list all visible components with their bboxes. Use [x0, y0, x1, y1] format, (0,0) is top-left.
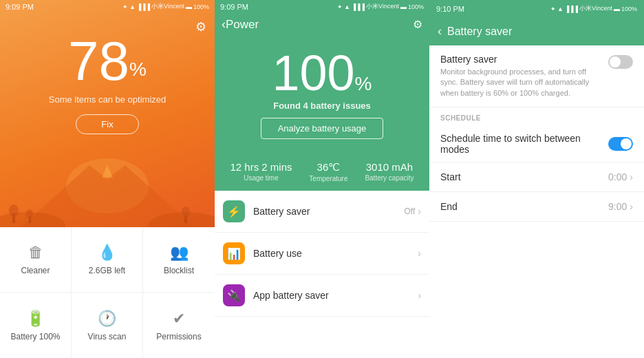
panel-security: 9:09 PM ✦ ▲ ▐▐▐ 小米Vincent ▬ 100% ⚙ 78% S…: [0, 0, 215, 358]
chevron-icon-3: ›: [418, 290, 421, 301]
start-time-row[interactable]: Start 0:00 ›: [429, 162, 644, 192]
end-value: 9:00: [608, 201, 627, 212]
battery-saver-icon-box: ⚡: [223, 200, 245, 222]
battery-pct-p3: 100%: [621, 6, 637, 12]
battery-icon-p3: ▬: [614, 6, 620, 12]
storage-label: 2.6GB left: [89, 266, 125, 275]
stat-capacity-label: Battery capacity: [365, 174, 414, 182]
wifi-icon-p2: ▲: [344, 3, 350, 10]
grid-storage[interactable]: 💧 2.6GB left: [72, 227, 143, 293]
schedule-label: Schedule time to switch between modes: [440, 133, 608, 155]
power-menu: ⚡ Battery saver Off › 📊 Battery use › 🔌 …: [215, 191, 429, 358]
app-battery-icon: 🔌: [227, 289, 241, 302]
panel-power: 9:09 PM ✦ ▲ ▐▐▐ 小米Vincent ▬ 100% ‹ Power…: [215, 0, 429, 358]
battery-use-label: Battery use: [253, 248, 418, 259]
start-chevron-icon: ›: [630, 171, 633, 182]
permissions-label: Permissions: [156, 332, 201, 341]
virusscan-label: Virus scan: [88, 332, 127, 341]
storage-icon: 💧: [98, 244, 116, 262]
schedule-toggle-dot: [621, 138, 632, 149]
stat-usage: 12 hrs 2 mins Usage time: [230, 161, 292, 182]
battery-display: 100% Found 4 battery issues Analyze batt…: [215, 34, 429, 153]
status-bar-p2: 9:09 PM ✦ ▲ ▐▐▐ 小米Vincent ▬ 100%: [215, 0, 429, 13]
menu-app-battery-saver[interactable]: 🔌 App battery saver ›: [215, 275, 429, 317]
battery-label: Battery 100%: [10, 332, 60, 341]
stat-usage-label: Usage time: [244, 174, 279, 182]
wifi-icon: ▲: [129, 3, 136, 10]
battery-percent-big: 100: [272, 45, 354, 101]
status-icons-p3: ✦ ▲ ▐▐▐ 小米Vincent ▬ 100%: [550, 4, 637, 13]
svg-point-9: [182, 207, 190, 218]
battery-saver-setting-title: Battery saver: [440, 54, 601, 65]
svg-point-7: [26, 209, 33, 219]
battery-pct-p1: 100%: [193, 3, 209, 10]
schedule-toggle[interactable]: [608, 137, 633, 151]
battery-saver-header: 9:10 PM ✦ ▲ ▐▐▐ 小米Vincent ▬ 100%: [429, 0, 644, 19]
stat-capacity: 3010 mAh Battery capacity: [365, 161, 414, 182]
score-percent: %: [129, 59, 147, 80]
battery-saver-body: Battery saver Monitor background process…: [429, 45, 644, 358]
battery-saver-setting: Battery saver Monitor background process…: [429, 45, 644, 107]
end-chevron-icon: ›: [630, 201, 633, 212]
fix-button[interactable]: Fix: [76, 114, 138, 134]
analyze-button[interactable]: Analyze battery usage: [261, 118, 384, 139]
grid-cleaner[interactable]: 🗑 Cleaner: [0, 227, 72, 293]
schedule-section-header: SCHEDULE: [429, 107, 644, 126]
back-button-p3[interactable]: ‹: [438, 24, 442, 39]
chevron-icon-2: ›: [418, 248, 421, 259]
start-value: 0:00: [608, 171, 627, 182]
cleaner-icon: 🗑: [28, 244, 43, 262]
battery-percent-sign: %: [355, 73, 372, 94]
status-bar-p1: 9:09 PM ✦ ▲ ▐▐▐ 小米Vincent ▬ 100%: [0, 0, 215, 13]
battery-icon-p2: ▬: [400, 3, 407, 10]
wifi-icon-p3: ▲: [557, 6, 564, 12]
grid-battery[interactable]: 🔋 Battery 100%: [0, 293, 72, 358]
grid-blocklist[interactable]: 👥 Blocklist: [143, 227, 215, 293]
battery-icon-p1: ▬: [186, 3, 192, 10]
schedule-toggle-row: Schedule time to switch between modes: [429, 126, 644, 162]
svg-point-5: [9, 204, 19, 217]
battery-use-icon: 📊: [227, 247, 241, 260]
grid-permissions[interactable]: ✔ Permissions: [143, 293, 215, 358]
signal-icon-p3: ▐▐▐: [565, 6, 578, 12]
settings-icon-p1[interactable]: ⚙: [195, 19, 206, 34]
time-p2: 9:09 PM: [220, 3, 248, 11]
quick-access-grid: 🗑 Cleaner 💧 2.6GB left 👥 Blocklist 🔋 Bat…: [0, 227, 215, 358]
device-name-p1: 小米Vincent: [151, 2, 184, 11]
menu-battery-use[interactable]: 📊 Battery use ›: [215, 233, 429, 275]
chevron-icon-1: ›: [418, 206, 421, 217]
status-bar-p3: 9:10 PM ✦ ▲ ▐▐▐ 小米Vincent ▬ 100%: [436, 4, 637, 13]
power-title: Power: [226, 18, 259, 32]
battery-saver-status: Off ›: [405, 206, 421, 217]
stat-usage-value: 12 hrs 2 mins: [230, 161, 292, 173]
battery-saver-text: Battery saver Monitor background process…: [440, 54, 601, 98]
time-p3: 9:10 PM: [436, 5, 464, 13]
score-display: 78%: [0, 34, 215, 89]
battery-use-icon-box: 📊: [223, 242, 245, 264]
settings-icon-p2[interactable]: ⚙: [413, 18, 422, 31]
signal-icon: ▐▐▐: [137, 3, 150, 10]
battery-issues-text: Found 4 battery issues: [273, 101, 371, 111]
menu-battery-saver[interactable]: ⚡ Battery saver Off ›: [215, 191, 429, 233]
power-header: ‹ Power ⚙: [215, 13, 429, 34]
stat-capacity-value: 3010 mAh: [366, 161, 413, 173]
signal-icon-p2: ▐▐▐: [352, 3, 365, 10]
page-title: Battery saver: [447, 25, 512, 38]
battery-saver-toggle[interactable]: [608, 55, 633, 69]
stat-temp: 36℃ Temperature: [309, 161, 347, 182]
end-label: End: [440, 201, 608, 212]
optimize-text: Some items can be optimized: [0, 94, 215, 105]
status-icons-p1: ✦ ▲ ▐▐▐ 小米Vincent ▬ 100%: [122, 2, 209, 11]
battery-saver-icon: ⚡: [227, 205, 241, 218]
app-battery-label: App battery saver: [253, 290, 418, 301]
panel-battery-saver: 9:10 PM ✦ ▲ ▐▐▐ 小米Vincent ▬ 100% ‹ Batte…: [429, 0, 644, 358]
device-name-p2: 小米Vincent: [366, 2, 399, 11]
bt-icon-p2: ✦: [337, 3, 343, 10]
start-label: Start: [440, 171, 608, 182]
device-name-p3: 小米Vincent: [579, 4, 612, 13]
battery-stats: 12 hrs 2 mins Usage time 36℃ Temperature…: [215, 153, 429, 191]
toggle-dot: [610, 56, 621, 67]
grid-virusscan[interactable]: 🕐 Virus scan: [72, 293, 143, 358]
battery-icon-grid: 🔋: [26, 310, 45, 328]
end-time-row[interactable]: End 9:00 ›: [429, 192, 644, 222]
